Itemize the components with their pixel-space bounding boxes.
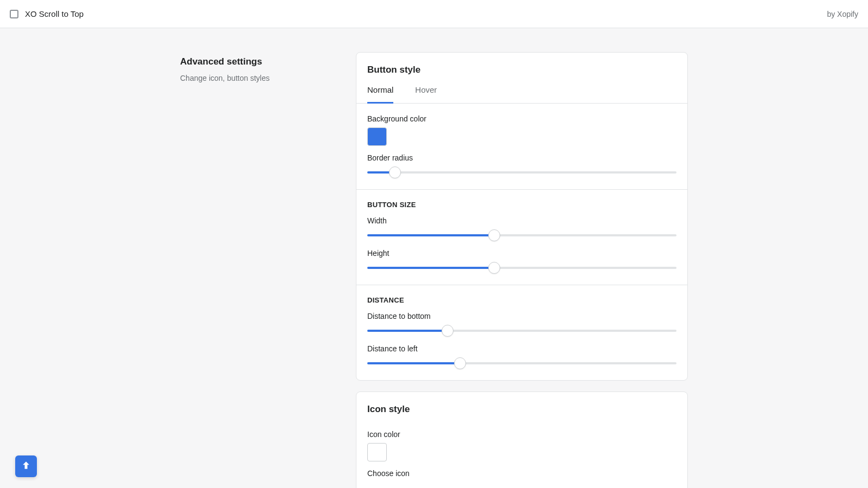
border-radius-label: Border radius bbox=[367, 153, 676, 162]
button-style-card: Button style Normal Hover Background col… bbox=[356, 52, 688, 381]
section-subheading: Change icon, button styles bbox=[180, 73, 339, 84]
height-label: Height bbox=[367, 249, 676, 258]
settings-intro: Advanced settings Change icon, button st… bbox=[180, 52, 339, 488]
icon-style-title: Icon style bbox=[367, 404, 676, 415]
app-logo-icon bbox=[10, 10, 18, 18]
width-slider[interactable] bbox=[367, 229, 676, 241]
slider-fill bbox=[367, 330, 448, 332]
app-title: XO Scroll to Top bbox=[25, 9, 84, 18]
distance-bottom-label: Distance to bottom bbox=[367, 312, 676, 320]
icon-color-label: Icon color bbox=[367, 430, 676, 439]
arrow-up-icon bbox=[21, 460, 31, 473]
height-slider[interactable] bbox=[367, 262, 676, 274]
icon-color-swatch[interactable] bbox=[367, 443, 387, 461]
slider-track bbox=[367, 171, 676, 174]
slider-fill bbox=[367, 234, 494, 236]
tab-normal[interactable]: Normal bbox=[367, 85, 393, 104]
icon-style-body: Icon color Choose icon bbox=[356, 415, 687, 488]
background-color-label: Background color bbox=[367, 114, 676, 123]
button-style-title: Button style bbox=[367, 65, 676, 75]
app-byline: by Xopify bbox=[827, 10, 858, 18]
icon-style-card: Icon style Icon color Choose icon bbox=[356, 391, 688, 488]
divider bbox=[356, 285, 687, 285]
distance-heading: DISTANCE bbox=[367, 296, 676, 304]
choose-icon-label: Choose icon bbox=[367, 469, 676, 478]
section-heading: Advanced settings bbox=[180, 56, 339, 67]
slider-thumb[interactable] bbox=[454, 357, 466, 369]
slider-thumb[interactable] bbox=[488, 262, 500, 274]
app-header: XO Scroll to Top by Xopify bbox=[0, 0, 868, 28]
slider-fill bbox=[367, 362, 460, 364]
icon-style-header: Icon style bbox=[356, 392, 687, 415]
header-left: XO Scroll to Top bbox=[10, 9, 84, 18]
scroll-to-top-button[interactable] bbox=[15, 455, 37, 477]
width-label: Width bbox=[367, 216, 676, 225]
content-area: Advanced settings Change icon, button st… bbox=[0, 28, 868, 488]
settings-panels: Button style Normal Hover Background col… bbox=[356, 52, 688, 488]
slider-thumb[interactable] bbox=[442, 325, 454, 337]
distance-left-slider[interactable] bbox=[367, 357, 676, 369]
slider-fill bbox=[367, 267, 494, 269]
button-style-body: Background color Border radius BUTTON SI… bbox=[356, 104, 687, 380]
background-color-swatch[interactable] bbox=[367, 127, 387, 146]
distance-left-label: Distance to left bbox=[367, 344, 676, 353]
tab-hover[interactable]: Hover bbox=[415, 85, 437, 103]
distance-bottom-slider[interactable] bbox=[367, 325, 676, 337]
divider bbox=[356, 189, 687, 190]
border-radius-slider[interactable] bbox=[367, 166, 676, 178]
button-size-heading: BUTTON SIZE bbox=[367, 201, 676, 209]
button-style-tabs: Normal Hover bbox=[356, 75, 687, 104]
button-style-header: Button style bbox=[356, 53, 687, 75]
settings-columns: Advanced settings Change icon, button st… bbox=[180, 52, 688, 488]
slider-thumb[interactable] bbox=[488, 229, 500, 241]
slider-thumb[interactable] bbox=[389, 166, 401, 178]
